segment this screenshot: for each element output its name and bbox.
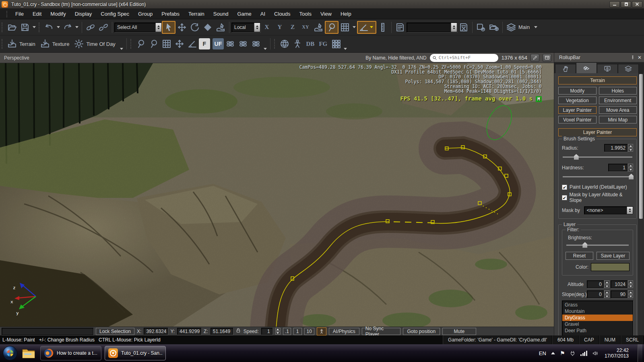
physics-sync-button[interactable]	[224, 37, 237, 50]
mini-map-button[interactable]: Mini Map	[599, 116, 637, 123]
save-object-layer-button[interactable]	[475, 21, 487, 34]
menu-game[interactable]: Game	[233, 9, 256, 19]
sandbox-task-button[interactable]: Tuto_01.cry - San...	[105, 346, 166, 360]
menu-group[interactable]: Group	[134, 9, 157, 19]
database-view-button[interactable]: DB	[304, 37, 317, 50]
combo-spin[interactable]	[627, 207, 633, 214]
menu-file[interactable]: File	[11, 9, 28, 19]
x-coord-field[interactable]: 392.6324	[144, 328, 168, 335]
tab-objects[interactable]	[555, 64, 576, 73]
layer-color-swatch[interactable]	[591, 263, 630, 271]
slope-max-field[interactable]: 90	[611, 290, 627, 298]
terrain-group-header[interactable]: Terrain	[558, 76, 637, 84]
move-physics-button[interactable]	[147, 37, 160, 50]
save-layer-button[interactable]: Save Layer	[597, 252, 630, 260]
minimize-button[interactable]	[609, 1, 620, 8]
y-coord-field[interactable]: 441.9299	[177, 328, 201, 335]
layer-item-grass[interactable]: Grass	[562, 302, 633, 308]
select-object-script-button[interactable]	[394, 21, 407, 34]
altitude-min-field[interactable]: 0	[587, 280, 604, 288]
select-terrain-button[interactable]	[214, 21, 227, 34]
redo-dropdown-icon[interactable]	[75, 26, 78, 28]
hardness-spinner[interactable]	[628, 164, 633, 171]
hardness-field[interactable]: 1	[608, 164, 627, 171]
named-selection-combo[interactable]	[407, 23, 457, 32]
menu-tools[interactable]: Tools	[295, 9, 316, 19]
panel-close-icon[interactable]: ✕	[638, 55, 642, 60]
language-indicator[interactable]: EN	[539, 350, 546, 356]
radius-spinner[interactable]	[628, 144, 633, 152]
axis-y-button[interactable]: Y	[273, 21, 286, 34]
menu-help[interactable]: Help	[336, 9, 356, 19]
menu-ai[interactable]: AI	[256, 9, 270, 19]
layer-dropdown-icon[interactable]	[534, 26, 537, 28]
current-layer-label[interactable]: Main	[518, 24, 530, 30]
undo-button[interactable]	[43, 21, 56, 34]
mask-by-combo[interactable]: <none>	[584, 206, 633, 214]
menu-terrain[interactable]: Terrain	[184, 9, 209, 19]
radius-field[interactable]: 1.9952	[604, 144, 627, 152]
select-physics-button[interactable]	[134, 37, 147, 50]
layer-item-drygrass[interactable]: DryGrass	[562, 315, 633, 321]
save-button[interactable]	[19, 21, 31, 34]
combo-spin[interactable]	[451, 23, 457, 32]
holes-button[interactable]: Holes	[599, 87, 637, 95]
viewport-layout-button[interactable]	[543, 54, 551, 62]
vegetation-button[interactable]: Vegetation	[558, 97, 597, 104]
firefox-task-button[interactable]: How to create a t...	[40, 346, 101, 360]
viewport-mode-label[interactable]: Perspective	[4, 55, 29, 61]
volume-icon[interactable]	[592, 350, 598, 356]
paint-layerid-checkbox[interactable]: ✔	[562, 185, 567, 190]
physics-reset-button[interactable]	[250, 37, 262, 50]
layer-painter-button[interactable]: Layer Painter	[558, 106, 597, 114]
time-of-day-label[interactable]: Time Of Day	[86, 41, 115, 47]
brightness-slider[interactable]	[566, 242, 629, 248]
move-area-button[interactable]: Move Area	[599, 106, 637, 114]
slope-min-spinner[interactable]	[604, 290, 609, 298]
toolbar-overflow-icon[interactable]	[344, 48, 347, 50]
freeze-button[interactable]: F	[199, 38, 210, 49]
tab-layers[interactable]	[618, 64, 639, 73]
reset-button[interactable]: Reset	[566, 252, 593, 260]
axis-z-button[interactable]: Z	[286, 21, 299, 34]
modify-button[interactable]: Modify	[558, 87, 597, 95]
preview-world-button[interactable]	[278, 37, 291, 50]
selection-mask-combo[interactable]: Select All	[114, 23, 162, 32]
simulate-avatar-button[interactable]	[317, 327, 326, 335]
terrain-import-button[interactable]	[6, 37, 19, 50]
filter-settings-label[interactable]: By Name, Hide filtered, AND	[365, 55, 426, 61]
altitude-min-spinner[interactable]	[604, 280, 609, 288]
goto-position-button[interactable]: Goto position	[403, 328, 440, 335]
menu-config-spec[interactable]: Config Spec	[96, 9, 134, 19]
link-button[interactable]	[84, 21, 97, 34]
slope-min-field[interactable]: 0	[587, 290, 604, 298]
speed-spinner[interactable]	[275, 328, 281, 335]
select-mode-button[interactable]	[162, 21, 175, 34]
speed-preset-1[interactable]: 1	[293, 328, 302, 335]
hardness-slider[interactable]	[563, 174, 632, 179]
mask-altitude-checkbox[interactable]: ✔	[562, 195, 567, 200]
explorer-taskbar-icon[interactable]	[22, 347, 35, 359]
power-plug-icon[interactable]	[570, 350, 576, 356]
character-editor-button[interactable]	[291, 37, 304, 50]
clock[interactable]: 22:42 17/07/2013	[605, 348, 629, 359]
panel-scrollbar[interactable]	[638, 73, 644, 335]
layer-painter-header[interactable]: Layer Painter	[558, 128, 637, 136]
rollupbar-header[interactable]: RollupBar ✕	[554, 53, 644, 62]
open-file-button[interactable]	[6, 21, 19, 34]
network-signal-icon[interactable]	[580, 351, 587, 356]
undo-dropdown-icon[interactable]	[57, 26, 60, 28]
altitude-max-field[interactable]: 1024	[611, 280, 627, 288]
speed-field[interactable]: 1	[261, 328, 272, 335]
radius-slider[interactable]	[563, 154, 632, 160]
search-input[interactable]	[439, 55, 491, 60]
menu-modify[interactable]: Modify	[46, 9, 70, 19]
start-button[interactable]	[2, 346, 18, 361]
tab-display[interactable]	[597, 64, 618, 73]
close-button[interactable]	[632, 1, 642, 8]
grid-physics-button[interactable]	[160, 37, 173, 50]
speed-preset-10[interactable]: 10	[304, 328, 314, 335]
lock-axis-icon[interactable]	[235, 327, 241, 335]
pin-icon[interactable]	[630, 55, 635, 60]
unlink-button[interactable]	[97, 21, 110, 34]
